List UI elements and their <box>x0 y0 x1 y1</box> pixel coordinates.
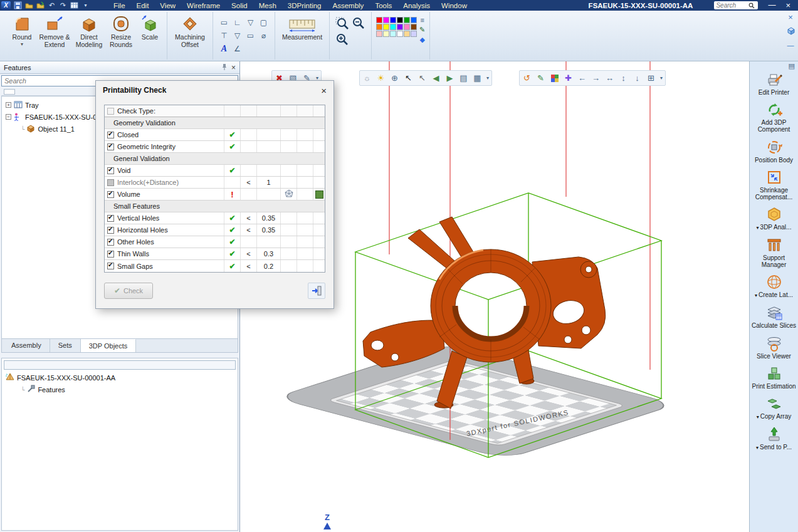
pin-icon[interactable] <box>221 63 228 71</box>
checkbox[interactable] <box>107 143 114 150</box>
pan-down-icon[interactable]: ↓ <box>631 71 644 85</box>
menu-mesh[interactable]: Mesh <box>253 1 282 10</box>
copy-array-button[interactable]: ▾Copy Array <box>750 395 798 420</box>
printability-check-dialog[interactable]: Printability Check × Check Type: Geometr… <box>95 80 334 309</box>
checkbox[interactable] <box>107 251 114 258</box>
titlebar-search[interactable] <box>714 1 758 9</box>
checkbox[interactable] <box>107 132 114 138</box>
print-estimation-button[interactable]: Print Estimation <box>750 365 798 390</box>
checkbox[interactable] <box>107 167 114 174</box>
render-mode-icon[interactable] <box>548 71 561 85</box>
add-light-icon[interactable]: ⊕ <box>388 71 401 85</box>
measurement-button[interactable]: Measurement <box>280 13 325 58</box>
scale-button[interactable]: Scale <box>137 13 162 58</box>
select-cursor-icon[interactable]: ↖ <box>402 71 415 85</box>
redo-icon[interactable]: ↷ <box>58 1 68 10</box>
objects-panel-header-bar[interactable] <box>4 360 236 370</box>
tab-sets[interactable]: Sets <box>50 339 81 352</box>
angle-tool-icon[interactable]: ∠ <box>231 42 244 55</box>
menu-solid[interactable]: Solid <box>226 1 253 10</box>
app-logo-icon[interactable]: X <box>1 1 11 10</box>
create-lattice-button[interactable]: ▾Create Lat... <box>750 274 798 299</box>
edit-printer-button[interactable]: Edit Printer <box>750 71 798 96</box>
dashed-rect-tool-icon[interactable]: ▢ <box>257 16 270 29</box>
light-on-icon[interactable]: ☀ <box>374 71 387 85</box>
checkbox[interactable] <box>107 191 114 198</box>
undo-icon[interactable]: ↶ <box>47 1 56 10</box>
threshold-value[interactable]: 0.2 <box>264 263 273 270</box>
collapse-icon[interactable]: − <box>6 114 11 120</box>
select-add-cursor-icon[interactable]: ↖ <box>416 71 429 85</box>
threshold-value[interactable]: 0.3 <box>264 250 273 258</box>
color-palette[interactable] <box>376 17 417 37</box>
menu-assembly[interactable]: Assembly <box>327 1 370 10</box>
check-row-small-gaps[interactable]: Small Gaps < 0.2 <box>105 260 325 272</box>
direct-modeling-button[interactable]: Direct Modeling <box>73 13 105 58</box>
menu-analysis[interactable]: Analysis <box>397 1 436 10</box>
remove-extend-button[interactable]: Remove & Extend <box>37 13 72 58</box>
dropdown-arrow-icon[interactable]: ▾ <box>756 445 759 451</box>
display-dropdown-icon[interactable]: ▾ <box>485 71 491 85</box>
threshold-value[interactable]: 0.35 <box>262 226 275 234</box>
menu-file[interactable]: File <box>108 1 131 10</box>
menu-tools[interactable]: Tools <box>369 1 397 10</box>
zoom-window-icon[interactable] <box>334 16 350 32</box>
import-icon[interactable] <box>36 1 45 10</box>
checkbox[interactable] <box>107 215 114 222</box>
menu-edit[interactable]: Edit <box>131 1 155 10</box>
check-row-horizontal-holes[interactable]: Horizontal Holes < 0.35 <box>105 224 325 236</box>
next-view-icon[interactable]: ▶ <box>443 71 456 85</box>
menu-view[interactable]: View <box>154 1 181 10</box>
save-icon[interactable] <box>13 1 23 10</box>
expand-icon[interactable]: + <box>6 102 11 108</box>
volume-color-swatch[interactable] <box>315 190 323 199</box>
checkbox-disabled[interactable] <box>107 179 114 186</box>
tab-3dp-objects[interactable]: 3DP Objects <box>81 339 137 352</box>
checkbox[interactable] <box>107 239 114 246</box>
panel-list-icon[interactable]: ▤ <box>789 62 798 71</box>
pan-horizontal-icon[interactable]: ↔ <box>603 71 616 85</box>
line-styles-icon[interactable]: ≡ <box>420 16 424 24</box>
exit-dialog-button[interactable] <box>308 283 325 299</box>
slice-viewer-button[interactable]: Slice Viewer <box>750 335 798 360</box>
material-polyhedron-icon[interactable] <box>285 189 293 199</box>
checkbox[interactable] <box>107 263 114 269</box>
table-icon[interactable] <box>70 1 79 10</box>
pan-right-icon[interactable]: → <box>589 71 602 85</box>
send-to-printer-button[interactable]: ▾Send to P... <box>750 426 798 451</box>
text-tool-icon[interactable]: A <box>218 42 231 55</box>
panel-cube-icon[interactable] <box>787 27 795 36</box>
rotate-view-icon[interactable]: ↺ <box>520 71 533 85</box>
scene-list-icon[interactable]: ▤ <box>457 71 470 85</box>
tab-assembly[interactable]: Assembly <box>3 339 50 352</box>
filter-notch[interactable] <box>4 89 15 95</box>
check-row-interlock[interactable]: Interlock(+Distance) < 1 <box>105 177 325 189</box>
machining-offset-button[interactable]: Machining Offset <box>172 13 208 58</box>
support-manager-button[interactable]: Support Manager <box>750 237 798 268</box>
color-pencil-icon[interactable]: ✎ <box>419 26 425 34</box>
grid-view-icon[interactable]: ⊞ <box>644 71 658 85</box>
round-button[interactable]: Round ▾ <box>8 13 36 58</box>
face-tool-icon[interactable]: ▭ <box>244 29 257 42</box>
panel-minimize-icon[interactable]: — <box>787 41 794 49</box>
menu-wireframe[interactable]: Wireframe <box>181 1 226 10</box>
checkbox[interactable] <box>107 227 114 234</box>
datum-tool-icon[interactable]: ⊤ <box>218 29 231 42</box>
previous-view-icon[interactable]: ◀ <box>429 71 443 85</box>
search-input[interactable] <box>716 2 748 9</box>
objects-tree-root[interactable]: FSAEUK-15-XXX-SU-00001-AA <box>2 372 238 383</box>
check-row-closed[interactable]: Closed <box>105 129 325 141</box>
add-3dp-component-button[interactable]: Add 3DP Component <box>750 102 798 133</box>
qat-customize-icon[interactable]: ▾ <box>81 1 90 10</box>
taper-tool-icon[interactable]: ▽ <box>231 29 244 42</box>
check-row-thin-walls[interactable]: Thin Walls < 0.3 <box>105 248 325 260</box>
check-button[interactable]: ✔ Check <box>104 283 153 299</box>
check-row-other-holes[interactable]: Other Holes <box>105 236 325 248</box>
3dp-analysis-button[interactable]: ▾3DP Anal... <box>750 206 798 231</box>
check-row-volume[interactable]: Volume <box>105 189 325 201</box>
check-row-vertical-holes[interactable]: Vertical Holes < 0.35 <box>105 212 325 224</box>
paint-drop-icon[interactable]: ◆ <box>419 36 424 44</box>
menu-3dprinting[interactable]: 3DPrinting <box>282 1 327 10</box>
dropdown-arrow-icon[interactable]: ▾ <box>757 414 759 420</box>
annotate-icon[interactable]: ✎ <box>534 71 547 85</box>
